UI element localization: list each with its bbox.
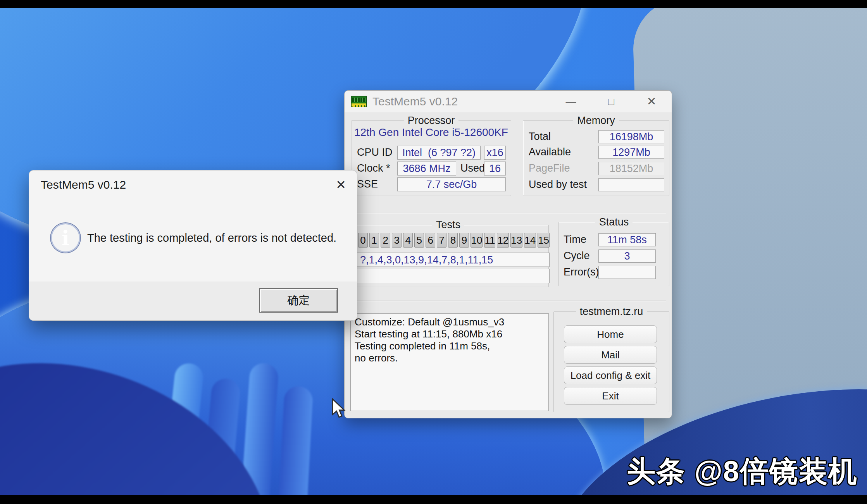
time-label: Time <box>564 232 586 246</box>
clock-value: 3686 MHz <box>397 162 456 175</box>
memory-available-value: 1297Mb <box>598 146 664 159</box>
sse-label: SSE <box>357 177 378 191</box>
clock-label: Clock * <box>357 161 390 175</box>
links-group: testmem.tz.ru Home Mail Load config & ex… <box>553 311 669 412</box>
completion-dialog: TestMem5 v0.12 ✕ i The testing is comple… <box>29 170 357 321</box>
status-group: Status Time 11m 58s Cycle 3 Error(s) <box>558 222 669 286</box>
time-value: 11m 58s <box>598 233 656 246</box>
memory-total-label: Total <box>529 129 551 143</box>
test-button-15[interactable]: 15 <box>538 233 550 248</box>
separator <box>351 213 666 213</box>
cpu-multiplier-value: x16 <box>484 146 506 160</box>
dialog-title: TestMem5 v0.12 <box>41 178 126 191</box>
errors-value <box>598 266 656 279</box>
memory-total-value: 16198Mb <box>598 130 664 143</box>
testmem5-titlebar[interactable]: TestMem5 v0.12 — □ ✕ <box>345 91 672 112</box>
test-button-12[interactable]: 12 <box>497 233 509 248</box>
test-button-8[interactable]: 8 <box>448 233 458 248</box>
cycle-value: 3 <box>598 249 656 263</box>
test-button-5[interactable]: 5 <box>414 233 424 248</box>
memory-pagefile-label: PageFile <box>529 161 570 175</box>
screen: TestMem5 v0.12 — □ ✕ Processor 12th Gen … <box>0 0 867 504</box>
test-sequence-field-2[interactable] <box>357 269 550 283</box>
log-line: Start testing at 11:15, 880Mb x16 <box>355 328 545 340</box>
test-button-1[interactable]: 1 <box>369 233 379 248</box>
test-button-2[interactable]: 2 <box>381 233 390 248</box>
dialog-close-icon[interactable]: ✕ <box>336 177 346 192</box>
test-button-0[interactable]: 0 <box>358 233 368 248</box>
processor-group: Processor 12th Gen Intel Core i5-12600KF… <box>351 120 511 196</box>
memory-group: Memory Total 16198Mb Available 1297Mb Pa… <box>523 120 669 196</box>
test-button-4[interactable]: 4 <box>403 233 413 248</box>
minimize-button[interactable]: — <box>551 91 591 112</box>
separator <box>351 301 666 301</box>
cycle-label: Cycle <box>564 249 590 263</box>
home-button[interactable]: Home <box>564 325 657 343</box>
memory-available-label: Available <box>529 145 571 159</box>
load-config-exit-button[interactable]: Load config & exit <box>564 366 657 384</box>
exit-button[interactable]: Exit <box>564 387 657 405</box>
log-line: Customize: Default @1usmus_v3 <box>355 316 545 328</box>
test-button-7[interactable]: 7 <box>437 233 446 248</box>
testmem5-window: TestMem5 v0.12 — □ ✕ Processor 12th Gen … <box>344 90 672 418</box>
used-label: Used <box>460 161 485 175</box>
memory-usedbytest-label: Used by test <box>529 177 587 191</box>
memory-usedbytest-value <box>598 178 664 191</box>
cpu-id-value: Intel (6 ?97 ?2) <box>397 146 481 160</box>
memory-pagefile-value: 18152Mb <box>598 162 664 175</box>
tests-group: Tests 0 1 2 3 4 5 6 7 8 9 10 11 12 13 14… <box>348 225 549 287</box>
cpu-name: 12th Gen Intel Core i5-12600KF <box>352 126 511 139</box>
info-icon: i <box>51 223 80 253</box>
dialog-message: The testing is completed, of errors is n… <box>87 232 336 244</box>
testmem5-window-title: TestMem5 v0.12 <box>372 95 458 108</box>
maximize-button[interactable]: □ <box>591 91 631 112</box>
sse-value: 7.7 sec/Gb <box>397 177 506 191</box>
log-line: Testing completed in 11m 58s, <box>355 340 545 352</box>
test-button-13[interactable]: 13 <box>510 233 522 248</box>
mouse-cursor-icon <box>332 398 348 421</box>
test-sequence-field[interactable]: ?,1,4,3,0,13,9,14,7,8,1,11,15 <box>357 253 550 267</box>
links-group-label: testmem.tz.ru <box>576 306 647 317</box>
test-button-14[interactable]: 14 <box>524 233 536 248</box>
memory-group-label: Memory <box>573 115 619 126</box>
test-button-3[interactable]: 3 <box>392 233 402 248</box>
log-line: no errors. <box>355 352 545 364</box>
processor-group-label: Processor <box>404 115 459 126</box>
test-buttons-row: 0 1 2 3 4 5 6 7 8 9 10 11 12 13 14 15 <box>358 233 550 248</box>
ram-icon <box>351 96 367 107</box>
cpu-id-label: CPU ID <box>357 145 393 159</box>
test-button-11[interactable]: 11 <box>484 233 495 248</box>
test-button-6[interactable]: 6 <box>426 233 435 248</box>
watermark-text: 头条 @8倍镜装机 <box>627 452 858 491</box>
status-group-label: Status <box>595 216 633 228</box>
tests-group-label: Tests <box>432 219 464 230</box>
ok-button[interactable]: 确定 <box>259 288 338 313</box>
test-button-10[interactable]: 10 <box>471 233 483 248</box>
mail-button[interactable]: Mail <box>564 346 657 364</box>
used-value: 16 <box>484 162 506 175</box>
close-button[interactable]: ✕ <box>631 91 672 112</box>
errors-label: Error(s) <box>564 265 599 279</box>
test-button-9[interactable]: 9 <box>459 233 469 248</box>
log-output: Customize: Default @1usmus_v3 Start test… <box>350 313 549 411</box>
